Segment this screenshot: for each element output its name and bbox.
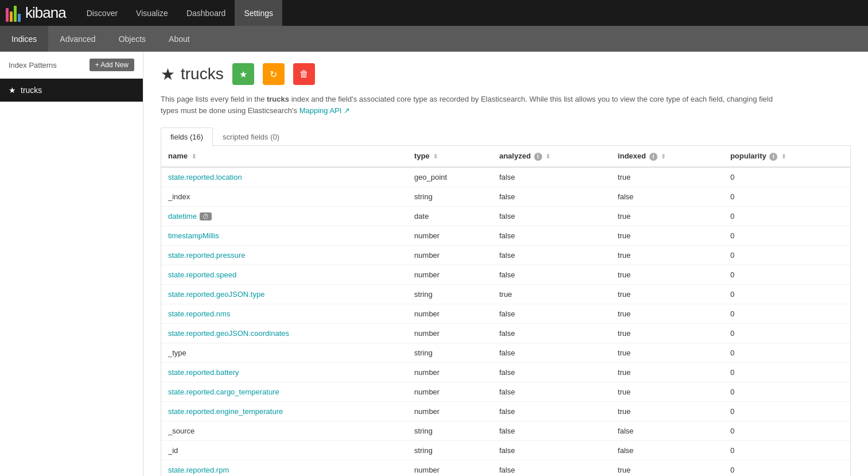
- delete-button[interactable]: 🗑: [293, 63, 315, 85]
- nav-discover[interactable]: Discover: [77, 0, 127, 26]
- table-row: state.reported.cargo_temperaturenumberfa…: [161, 382, 850, 401]
- index-star-icon: ★: [161, 65, 175, 84]
- logo-bar-1: [6, 8, 9, 22]
- col-analyzed-sort[interactable]: ⇕: [546, 153, 550, 160]
- field-popularity-cell: 0: [723, 401, 850, 421]
- col-indexed: indexed i ⇕: [611, 146, 723, 167]
- field-popularity-cell: 0: [723, 167, 850, 187]
- field-name-cell: state.reported.pressure: [161, 245, 407, 265]
- analyzed-info-icon: i: [534, 153, 542, 161]
- table-row: state.reported.geoJSON.coordinatesnumber…: [161, 323, 850, 343]
- table-row: datetime⏱datefalsetrue0: [161, 206, 850, 226]
- field-type-cell: string: [407, 284, 492, 304]
- field-name-cell: state.reported.location: [161, 167, 407, 187]
- subnav-about[interactable]: About: [157, 26, 201, 52]
- col-popularity: popularity i ⇕: [723, 146, 850, 167]
- tab-fields[interactable]: fields (16): [161, 127, 213, 146]
- field-indexed-cell: true: [611, 245, 723, 265]
- field-analyzed-cell: false: [492, 265, 611, 284]
- field-name-link[interactable]: state.reported.location: [168, 173, 242, 181]
- logo-bar-4: [18, 14, 21, 22]
- subnav-objects[interactable]: Objects: [107, 26, 157, 52]
- col-name-sort[interactable]: ⇕: [192, 153, 196, 160]
- table-row: state.reported.rpmnumberfalsetrue0: [161, 460, 850, 476]
- star-button[interactable]: ★: [232, 63, 254, 85]
- nav-visualize[interactable]: Visualize: [127, 0, 177, 26]
- star-icon: ★: [9, 86, 16, 95]
- field-popularity-cell: 0: [723, 206, 850, 226]
- sub-nav: Indices Advanced Objects About: [0, 26, 868, 52]
- fields-table-container: name ⇕ type ⇕ analyzed i ⇕: [161, 146, 851, 476]
- field-name-cell: _source: [161, 421, 407, 440]
- field-name-link[interactable]: state.reported.cargo_temperature: [168, 388, 279, 396]
- field-analyzed-cell: false: [492, 167, 611, 187]
- field-indexed-cell: true: [611, 284, 723, 304]
- field-name-link[interactable]: state.reported.geoJSON.type: [168, 290, 264, 299]
- field-name-link[interactable]: state.reported.engine_temperature: [168, 407, 283, 416]
- field-type-cell: number: [407, 362, 492, 382]
- field-type-cell: number: [407, 401, 492, 421]
- field-analyzed-cell: false: [492, 226, 611, 245]
- field-indexed-cell: true: [611, 401, 723, 421]
- popularity-info-icon: i: [769, 153, 777, 161]
- field-name-cell: state.reported.nms: [161, 304, 407, 323]
- col-analyzed-label: analyzed: [499, 152, 531, 160]
- field-popularity-cell: 0: [723, 323, 850, 343]
- nav-dashboard[interactable]: Dashboard: [177, 0, 235, 26]
- refresh-button[interactable]: ↻: [263, 63, 285, 85]
- field-name-cell: state.reported.rpm: [161, 460, 407, 476]
- logo: kibana: [6, 4, 66, 22]
- field-name-link[interactable]: state.reported.speed: [168, 270, 236, 279]
- field-type-cell: number: [407, 382, 492, 401]
- mapping-api-link[interactable]: Mapping API ↗: [299, 106, 350, 115]
- field-type-cell: number: [407, 226, 492, 245]
- logo-bar-2: [10, 11, 13, 22]
- field-indexed-cell: true: [611, 167, 723, 187]
- field-name-link[interactable]: state.reported.geoJSON.coordinates: [168, 329, 289, 338]
- table-row: timestampMillisnumberfalsetrue0: [161, 226, 850, 245]
- field-analyzed-cell: false: [492, 362, 611, 382]
- field-name-cell: state.reported.cargo_temperature: [161, 382, 407, 401]
- sidebar-item-trucks[interactable]: ★ trucks: [0, 79, 143, 102]
- table-row: _indexstringfalsefalse0: [161, 187, 850, 206]
- field-name-cell: state.reported.geoJSON.coordinates: [161, 323, 407, 343]
- field-popularity-cell: 0: [723, 284, 850, 304]
- field-analyzed-cell: false: [492, 245, 611, 265]
- col-type-sort[interactable]: ⇕: [433, 153, 438, 160]
- field-type-cell: number: [407, 265, 492, 284]
- field-name-link[interactable]: state.reported.battery: [168, 368, 239, 377]
- col-indexed-sort[interactable]: ⇕: [661, 153, 665, 160]
- field-type-cell: number: [407, 304, 492, 323]
- field-name-cell: state.reported.speed: [161, 265, 407, 284]
- field-indexed-cell: true: [611, 460, 723, 476]
- index-description: This page lists every field in the truck…: [161, 94, 792, 116]
- field-name-cell: _type: [161, 343, 407, 362]
- field-type-cell: string: [407, 421, 492, 440]
- nav-settings[interactable]: Settings: [235, 0, 282, 26]
- field-popularity-cell: 0: [723, 440, 850, 460]
- field-name-link[interactable]: state.reported.rpm: [168, 466, 229, 474]
- col-popularity-sort[interactable]: ⇕: [781, 153, 786, 160]
- tabs: fields (16) scripted fields (0): [161, 127, 851, 146]
- field-indexed-cell: true: [611, 362, 723, 382]
- tab-scripted-fields[interactable]: scripted fields (0): [213, 127, 289, 146]
- field-name-link[interactable]: state.reported.pressure: [168, 251, 245, 260]
- content-area: ★ trucks ★ ↻ 🗑 This page lists every fie…: [143, 52, 868, 476]
- field-popularity-cell: 0: [723, 304, 850, 323]
- table-row: _sourcestringfalsefalse0: [161, 421, 850, 440]
- table-row: state.reported.speednumberfalsetrue0: [161, 265, 850, 284]
- field-name-link[interactable]: datetime: [168, 212, 197, 220]
- table-row: state.reported.nmsnumberfalsetrue0: [161, 304, 850, 323]
- field-analyzed-cell: false: [492, 421, 611, 440]
- field-analyzed-cell: false: [492, 401, 611, 421]
- top-nav: kibana Discover Visualize Dashboard Sett…: [0, 0, 868, 26]
- field-name-link[interactable]: timestampMillis: [168, 231, 219, 240]
- field-popularity-cell: 0: [723, 460, 850, 476]
- field-popularity-cell: 0: [723, 362, 850, 382]
- add-new-button[interactable]: + Add New: [89, 59, 134, 71]
- field-name-link[interactable]: state.reported.nms: [168, 309, 230, 318]
- subnav-indices[interactable]: Indices: [0, 26, 48, 52]
- subnav-advanced[interactable]: Advanced: [48, 26, 107, 52]
- field-name-cell: state.reported.engine_temperature: [161, 401, 407, 421]
- logo-text: kibana: [25, 4, 66, 22]
